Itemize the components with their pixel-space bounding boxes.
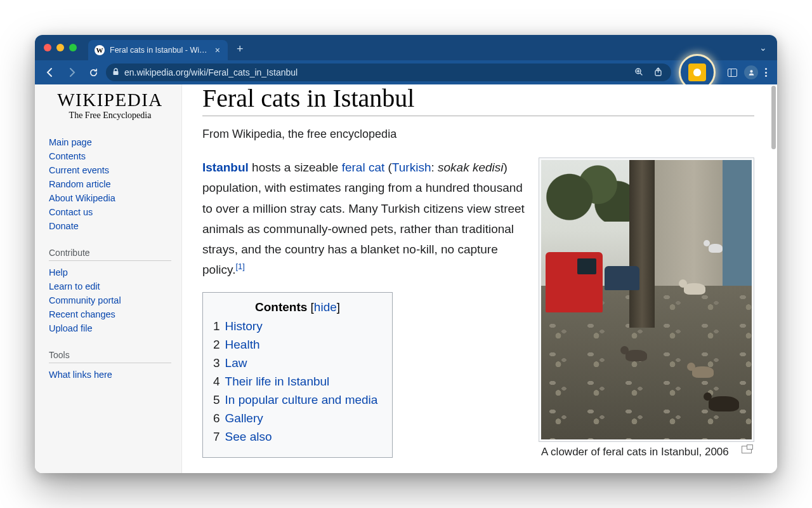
page-viewport: WIKIPEDIA The Free Encyclopedia Main pag… [35, 84, 777, 473]
chrome-menu-button[interactable] [761, 64, 771, 81]
italic-term: sokak kedisi [438, 161, 504, 174]
url-input[interactable] [124, 67, 627, 77]
tab-favicon: W [95, 45, 105, 55]
nav-link[interactable]: About Wikipedia [49, 193, 115, 203]
nav-tools: Tools What links here [49, 350, 171, 380]
nav-heading: Tools [49, 350, 171, 363]
toc-link[interactable]: Health [225, 338, 260, 351]
nav-link[interactable]: Contents [49, 151, 86, 161]
lock-icon [112, 68, 119, 77]
nav-link[interactable]: Donate [49, 221, 79, 231]
link-feral-cat[interactable]: feral cat [342, 161, 385, 174]
profile-button[interactable] [742, 64, 760, 81]
nav-link[interactable]: Help [49, 267, 68, 277]
nav-link[interactable]: Learn to edit [49, 281, 100, 291]
side-panel-button[interactable] [723, 64, 741, 81]
nav-main: Main page Contents Current events Random… [49, 137, 171, 231]
toc-link[interactable]: History [225, 319, 263, 333]
tab-strip: W Feral cats in Istanbul - Wikiped × + ⌄ [35, 35, 777, 60]
tabs-dropdown-button[interactable]: ⌄ [756, 40, 771, 55]
image-caption: A clowder of feral cats in Istanbul, 200… [539, 442, 754, 458]
reference-link[interactable]: [1] [235, 262, 244, 271]
tab-close-button[interactable]: × [214, 45, 221, 55]
wikipedia-sidebar: WIKIPEDIA The Free Encyclopedia Main pag… [35, 84, 182, 473]
forward-button[interactable] [63, 64, 81, 81]
keep-extension-icon [688, 64, 706, 81]
back-button[interactable] [41, 64, 59, 81]
address-bar[interactable] [106, 64, 671, 81]
toolbar-right [723, 64, 771, 81]
toc-list: 1History 2Health 3Law 4Their life in Ist… [213, 319, 382, 444]
article: Feral cats in Istanbul From Wikipedia, t… [182, 84, 777, 473]
browser-toolbar [35, 60, 777, 84]
link-istanbul[interactable]: Istanbul [202, 161, 249, 174]
share-button[interactable] [651, 67, 665, 78]
nav-heading: Contribute [49, 248, 171, 261]
nav-link[interactable]: What links here [49, 370, 112, 380]
nav-link[interactable]: Upload file [49, 323, 93, 333]
wikipedia-logo[interactable]: WIKIPEDIA The Free Encyclopedia [49, 90, 171, 121]
maximize-window-button[interactable] [69, 44, 77, 51]
close-window-button[interactable] [44, 44, 51, 51]
link-turkish[interactable]: Turkish [392, 161, 431, 174]
toc-link[interactable]: See also [225, 430, 272, 443]
lead-paragraph: Istanbul hosts a sizeable feral cat (Tur… [202, 157, 526, 281]
nav-contribute: Contribute Help Learn to edit Community … [49, 248, 171, 333]
svg-rect-0 [114, 71, 119, 75]
nav-link[interactable]: Contact us [49, 207, 93, 217]
browser-window: W Feral cats in Istanbul - Wikiped × + ⌄ [35, 35, 777, 473]
toc-title: Contents [hide] [213, 300, 382, 314]
article-title: Feral cats in Istanbul [202, 84, 754, 116]
reload-icon [89, 68, 98, 77]
arrow-right-icon [67, 67, 77, 77]
wikipedia-tagline: The Free Encyclopedia [49, 110, 171, 121]
toc-link[interactable]: In popular culture and media [225, 393, 378, 406]
reload-button[interactable] [84, 64, 102, 81]
toc-link[interactable]: Law [225, 356, 247, 370]
nav-main-list: Main page Contents Current events Random… [49, 137, 171, 231]
window-controls [44, 44, 77, 51]
nav-link[interactable]: Recent changes [49, 309, 115, 319]
tab-title: Feral cats in Istanbul - Wikiped [110, 46, 209, 55]
article-subline: From Wikipedia, the free encyclopedia [202, 128, 754, 141]
infobox-image: A clowder of feral cats in Istanbul, 200… [539, 157, 754, 458]
profile-avatar-icon [744, 65, 758, 79]
nav-link[interactable]: Community portal [49, 295, 121, 305]
arrow-left-icon [45, 67, 55, 77]
side-panel-icon [728, 69, 737, 77]
table-of-contents: Contents [hide] 1History 2Health 3Law 4T… [202, 292, 393, 458]
thumbnail-image[interactable] [541, 160, 752, 439]
zoom-indicator-icon[interactable] [632, 67, 646, 78]
enlarge-icon[interactable] [742, 446, 752, 453]
browser-tab[interactable]: W Feral cats in Istanbul - Wikiped × [88, 40, 228, 60]
nav-link[interactable]: Main page [49, 137, 92, 147]
new-tab-button[interactable]: + [237, 43, 244, 56]
toc-link[interactable]: Gallery [225, 411, 263, 425]
minimize-window-button[interactable] [56, 44, 64, 51]
nav-link[interactable]: Random article [49, 179, 111, 189]
nav-link[interactable]: Current events [49, 165, 109, 175]
toc-hide-link[interactable]: hide [314, 300, 337, 314]
wikipedia-wordmark: WIKIPEDIA [49, 90, 171, 110]
toc-link[interactable]: Their life in Istanbul [225, 375, 330, 388]
